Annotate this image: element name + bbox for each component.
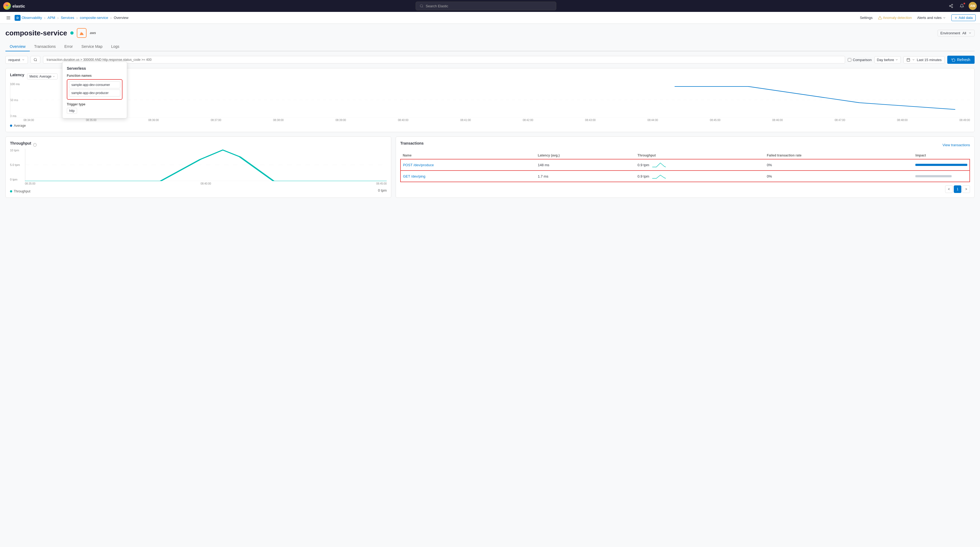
col-latency: Latency (avg.) <box>536 152 635 159</box>
x-label-13: 08:47:00 <box>835 119 845 122</box>
tx-failed-1: 0% <box>765 171 913 182</box>
sparkline-0 <box>651 162 667 168</box>
tab-error[interactable]: Error <box>60 42 77 51</box>
x-label-14: 08:48:00 <box>897 119 908 122</box>
service-status-dot <box>70 31 73 35</box>
col-name: Name <box>401 152 536 159</box>
chevron-down-icon <box>943 16 946 19</box>
x-label-1: 08:35:00 <box>86 119 97 122</box>
breadcrumb-service-name[interactable]: composite-service <box>80 16 108 20</box>
anomaly-detection-link[interactable]: Anomaly detection <box>878 16 912 20</box>
breadcrumb-sep-1: › <box>44 16 45 20</box>
tx-latency-0: 148 ms <box>536 159 635 171</box>
elastic-logo[interactable]: elastic <box>3 2 25 10</box>
refresh-button[interactable]: Refresh <box>947 55 975 64</box>
latency-chart-area <box>10 82 970 117</box>
user-avatar[interactable]: AW <box>969 2 977 10</box>
tp-x-0: 08:35:00 <box>25 182 35 185</box>
day-before-select[interactable]: Day before <box>875 56 901 63</box>
svg-point-6 <box>951 7 953 8</box>
time-range-picker[interactable]: Last 15 minutes <box>904 56 945 63</box>
x-label-10: 08:44:00 <box>648 119 658 122</box>
col-throughput: Throughput <box>635 152 765 159</box>
throughput-chart-svg <box>25 149 387 181</box>
chevron-down-icon <box>912 58 915 61</box>
transactions-card: Transactions View transactions Name Late… <box>396 136 975 198</box>
hamburger-menu[interactable] <box>4 14 13 22</box>
throughput-legend: Throughput <box>10 189 30 193</box>
breadcrumb-sep-3: › <box>76 16 78 20</box>
kql-search-button[interactable] <box>30 56 40 63</box>
pagination: < 1 > <box>400 186 970 193</box>
throughput-legend-label: Throughput <box>14 189 30 193</box>
latency-chart-svg <box>10 82 970 117</box>
notification-badge <box>963 2 966 5</box>
tx-failed-0: 0% <box>765 159 913 171</box>
tx-throughput-1: 0.9 tpm <box>635 171 765 182</box>
settings-link[interactable]: Settings <box>860 16 873 20</box>
pagination-page-1[interactable]: 1 <box>954 186 961 193</box>
latency-x-labels: 08:34:00 08:35:00 08:36:00 08:37:00 08:3… <box>10 117 970 122</box>
tab-overview[interactable]: Overview <box>5 42 30 51</box>
share-icon[interactable] <box>947 2 955 10</box>
tx-name-1[interactable]: GET /dev/ping <box>403 174 425 178</box>
throughput-title: Throughput <box>10 141 31 146</box>
tx-impact-1 <box>913 171 970 182</box>
search-icon <box>33 58 37 62</box>
comparison-checkbox[interactable] <box>848 58 851 62</box>
function-item-0[interactable]: sample-app-dev-consumer <box>69 81 120 88</box>
transactions-title: Transactions <box>400 141 423 146</box>
kql-filter-input[interactable]: transaction.duration.us > 300000 AND htt… <box>43 56 845 63</box>
breadcrumb-observability[interactable]: Observability <box>22 16 42 20</box>
comparison-checkbox-group: Comparison <box>848 58 872 62</box>
svg-point-2 <box>6 5 8 7</box>
average-label: Average <box>40 75 51 78</box>
tab-service-map[interactable]: Service Map <box>77 42 107 51</box>
chevron-down-icon <box>52 75 55 78</box>
breadcrumb-overview: Overview <box>114 16 129 20</box>
breadcrumb-bar: D Observability › APM › Services › compo… <box>0 12 980 24</box>
search-input[interactable]: Search Elastic <box>416 2 556 10</box>
throughput-x-labels: 08:35:00 08:40:00 08:45:00 <box>10 181 387 185</box>
tx-name-0[interactable]: POST /dev/produce <box>403 163 434 167</box>
throughput-y-labels: 10 tpm 5.0 tpm 0 tpm <box>10 149 25 181</box>
impact-bar-blue <box>915 164 967 166</box>
breadcrumb: Observability › APM › Services › composi… <box>22 16 860 20</box>
notification-icon[interactable] <box>958 2 966 10</box>
elastic-logo-text: elastic <box>13 4 25 8</box>
environment-selector[interactable]: Environment All <box>937 30 975 36</box>
breadcrumb-apm[interactable]: APM <box>48 16 55 20</box>
throughput-value: 0 tpm <box>378 189 387 192</box>
chevron-down-icon <box>968 31 972 35</box>
top-navigation-bar: elastic Search Elastic AW <box>0 0 980 12</box>
view-transactions-link[interactable]: View transactions <box>942 143 970 147</box>
metric-selector[interactable]: Metric Average <box>27 73 57 79</box>
search-icon <box>420 4 423 8</box>
add-data-label: Add data <box>959 16 973 20</box>
x-label-7: 08:41:00 <box>460 119 471 122</box>
breadcrumb-services[interactable]: Services <box>61 16 74 20</box>
type-value: request <box>8 58 20 62</box>
latency-legend: Average <box>10 124 970 128</box>
alerts-link[interactable]: Alerts and rules <box>917 16 946 20</box>
pagination-prev[interactable]: < <box>945 186 953 193</box>
tab-transactions[interactable]: Transactions <box>30 42 60 51</box>
add-data-button[interactable]: Add data <box>951 14 976 21</box>
top-bar-icons: AW <box>947 2 977 10</box>
trigger-badge: http <box>67 108 77 114</box>
chevron-down-icon <box>895 58 898 61</box>
comparison-label: Comparison <box>853 58 872 62</box>
col-impact: Impact <box>913 152 970 159</box>
alerts-label: Alerts and rules <box>917 16 942 20</box>
transaction-type-select[interactable]: request <box>5 56 28 64</box>
function-item-1[interactable]: sample-app-dev-producer <box>69 89 120 97</box>
lambda-icon[interactable] <box>77 28 86 38</box>
tab-bar: Overview Transactions Error Service Map … <box>5 42 975 51</box>
pagination-next[interactable]: > <box>963 186 970 193</box>
throughput-header: Throughput <box>10 141 387 149</box>
tx-throughput-0: 0.9 tpm <box>635 159 765 171</box>
breadcrumb-sep-4: › <box>110 16 112 20</box>
impact-bar-gray <box>915 175 951 177</box>
breadcrumb-app-icon: D <box>14 15 21 21</box>
tab-logs[interactable]: Logs <box>107 42 124 51</box>
